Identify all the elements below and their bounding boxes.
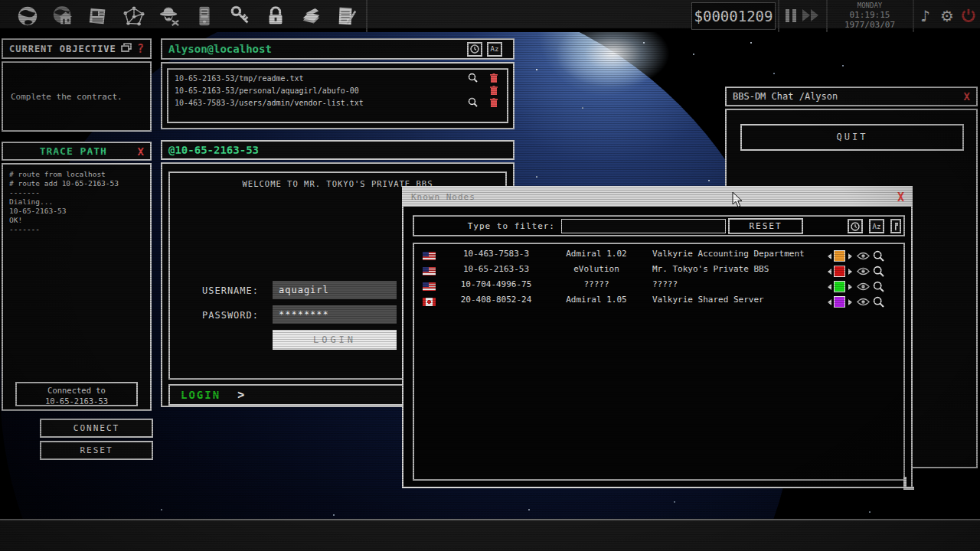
node-description: Valkyrie Shared Server	[652, 295, 764, 305]
phone-icon[interactable]	[191, 4, 218, 28]
remote-panel-title: @10-65-2163-53	[162, 144, 259, 156]
color-prev-icon[interactable]	[828, 253, 831, 259]
node-os: Admiral 1.02	[554, 249, 639, 259]
close-icon[interactable]: X	[958, 90, 976, 103]
file-row[interactable]: 10-65-2163-53/personal/aquagirl/abufo-00	[172, 84, 504, 96]
music-icon[interactable]: ♪	[920, 5, 930, 27]
color-prev-icon[interactable]	[828, 269, 831, 275]
eye-icon[interactable]	[857, 298, 870, 308]
file-path: 10-65-2163-53/tmp/readme.txt	[172, 74, 461, 83]
magnifier-icon[interactable]	[873, 266, 884, 279]
sort-az-button[interactable]: Az	[487, 42, 502, 57]
color-prev-icon[interactable]	[828, 284, 831, 290]
fast-forward-button[interactable]	[802, 9, 821, 22]
trace-line: OK!	[9, 216, 150, 225]
files-panel-title: Alyson@localhost	[162, 43, 272, 55]
country-flag-icon	[423, 252, 436, 260]
clock-time: 01:19:15	[828, 10, 911, 20]
help-button[interactable]: ?	[137, 42, 150, 56]
connect-button[interactable]: CONNECT	[40, 419, 153, 438]
world-map-icon[interactable]	[14, 4, 41, 28]
file-path: 10-463-7583-3/users/admin/vendor-list.tx…	[172, 99, 461, 107]
delete-file-icon[interactable]	[484, 96, 504, 110]
key-icon[interactable]	[227, 4, 254, 28]
trace-line: -------	[9, 188, 150, 197]
search-icon[interactable]	[461, 71, 484, 86]
password-label: PASSWORD:	[202, 310, 273, 321]
chat-panel-title: BBS-DM Chat /Alyson	[727, 91, 838, 102]
toolbar-separator	[778, 0, 779, 32]
nodes-filter-bar: Type to filter: RESET Az	[413, 215, 905, 236]
search-icon[interactable]	[461, 96, 484, 110]
filter-reset-button[interactable]: RESET	[728, 218, 803, 234]
bottom-bar	[0, 519, 980, 551]
top-toolbar: $00001209 MONDAY 01:19:15 1977/03/07 ♪ ⚙	[0, 0, 980, 32]
nodes-window-titlebar[interactable]: Known Nodes X	[403, 187, 911, 207]
files-panel-body: 10-65-2163-53/tmp/readme.txt 10-65-2163-…	[161, 62, 514, 129]
node-description: ?????	[652, 279, 678, 289]
file-path: 10-65-2163-53/personal/aquagirl/abufo-00	[172, 86, 461, 95]
node-row[interactable]: 10-463-7583-3 Admiral 1.02 Valkyrie Acco…	[414, 249, 903, 264]
notes-icon[interactable]	[332, 4, 360, 28]
session-login-label: LOGIN	[170, 389, 220, 401]
node-row[interactable]: 10-704-4996-75 ????? ?????	[414, 279, 903, 295]
money-display: $00001209	[691, 2, 776, 30]
color-next-icon[interactable]	[848, 284, 852, 290]
software-icon[interactable]	[297, 4, 325, 28]
filter-input[interactable]	[561, 219, 726, 233]
file-row[interactable]: 10-463-7583-3/users/admin/vendor-list.tx…	[172, 96, 504, 109]
node-color-swatch[interactable]	[834, 266, 845, 277]
file-row[interactable]: 10-65-2163-53/tmp/readme.txt	[172, 72, 504, 84]
lock-icon[interactable]	[262, 4, 289, 28]
country-flag-icon	[423, 298, 436, 306]
reset-button[interactable]: RESET	[40, 441, 153, 460]
chevron-right-icon: >	[220, 388, 244, 402]
chat-panel-header: BBS-DM Chat /Alyson X	[725, 86, 978, 106]
magnifier-icon[interactable]	[873, 296, 884, 310]
known-nodes-window: Known Nodes X Type to filter: RESET Az 1…	[402, 186, 913, 488]
eye-icon[interactable]	[857, 252, 870, 262]
nodes-table: 10-463-7583-3 Admiral 1.02 Valkyrie Acco…	[413, 243, 905, 481]
city-globe-icon[interactable]	[49, 4, 77, 28]
newspaper-icon[interactable]	[84, 4, 112, 28]
quit-button[interactable]: QUIT	[740, 124, 964, 151]
magnifier-icon[interactable]	[873, 281, 884, 295]
game-clock: MONDAY 01:19:15 1977/03/07	[828, 2, 911, 30]
sort-az-button[interactable]: Az	[869, 219, 884, 233]
trace-line: # route from localhost	[9, 170, 150, 179]
sort-time-button[interactable]	[467, 42, 482, 57]
toolbar-separator	[913, 0, 914, 32]
bbs-login-button[interactable]: LOGIN	[273, 330, 397, 350]
restore-window-icon[interactable]	[121, 41, 137, 56]
spy-icon[interactable]	[155, 4, 183, 28]
close-icon[interactable]: X	[132, 145, 150, 158]
password-field[interactable]	[273, 305, 397, 324]
toolbar-separator	[366, 0, 368, 32]
sort-flag-button[interactable]	[890, 219, 901, 233]
color-next-icon[interactable]	[848, 269, 852, 275]
files-list: 10-65-2163-53/tmp/readme.txt 10-65-2163-…	[167, 68, 508, 123]
username-field[interactable]	[273, 281, 397, 299]
country-flag-icon	[423, 267, 436, 276]
color-next-icon[interactable]	[848, 253, 852, 259]
settings-gear-icon[interactable]: ⚙	[940, 5, 954, 27]
color-prev-icon[interactable]	[828, 299, 831, 305]
node-address: 10-704-4996-75	[446, 279, 546, 289]
close-icon[interactable]: X	[890, 191, 911, 204]
node-color-swatch[interactable]	[834, 296, 845, 308]
resize-handle[interactable]	[903, 477, 914, 490]
pause-button[interactable]	[786, 9, 798, 22]
node-address: 20-408-8052-24	[446, 295, 546, 305]
eye-icon[interactable]	[857, 282, 870, 293]
node-color-swatch[interactable]	[834, 250, 845, 262]
power-icon[interactable]	[960, 7, 977, 29]
sort-time-button[interactable]	[848, 219, 863, 233]
trace-line: # route add 10-65-2163-53	[9, 179, 150, 188]
node-row[interactable]: 20-408-8052-24 Admiral 1.05 Valkyrie Sha…	[414, 295, 903, 310]
eye-icon[interactable]	[857, 267, 870, 278]
magnifier-icon[interactable]	[873, 250, 884, 264]
color-next-icon[interactable]	[848, 299, 852, 305]
network-map-icon[interactable]	[120, 4, 148, 28]
node-row[interactable]: 10-65-2163-53 eVolution Mr. Tokyo's Priv…	[414, 264, 903, 279]
node-color-swatch[interactable]	[834, 281, 845, 292]
